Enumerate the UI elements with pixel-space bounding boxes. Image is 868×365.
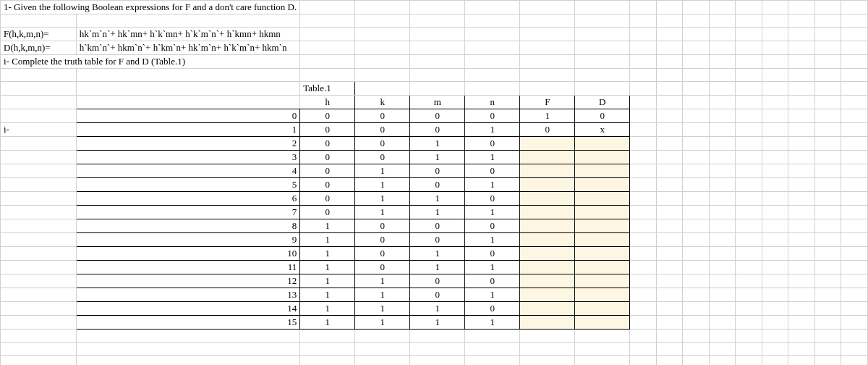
cell-k: 0: [355, 261, 410, 274]
cell-F[interactable]: [520, 137, 575, 151]
cell-k: 0: [355, 151, 410, 164]
cell-D[interactable]: [575, 151, 630, 164]
cell-m: 0: [410, 109, 465, 123]
cell-D[interactable]: [575, 192, 630, 206]
cell-D[interactable]: [575, 137, 630, 151]
cell-D[interactable]: [575, 164, 630, 178]
spacer: [683, 1, 710, 14]
idx: 8: [76, 219, 300, 233]
cell-F[interactable]: [520, 192, 575, 206]
cell-F[interactable]: [520, 247, 575, 261]
idx: 12: [76, 274, 300, 288]
cell-k: 1: [355, 206, 410, 219]
idx: 2: [76, 137, 300, 151]
cell-F[interactable]: 0: [520, 123, 575, 137]
cell-F[interactable]: [520, 233, 575, 247]
cell-m: 1: [410, 316, 465, 330]
cell-n: 0: [465, 137, 520, 151]
cell-F[interactable]: [520, 274, 575, 288]
cell-n: 1: [465, 233, 520, 247]
cell-F[interactable]: [520, 151, 575, 164]
hdr-D: D: [575, 96, 630, 109]
idx: 4: [76, 164, 300, 178]
cell-F[interactable]: [520, 219, 575, 233]
cell-k: 1: [355, 178, 410, 192]
row-empty: [1, 14, 868, 28]
D-expr: h`km`n`+ hkm`n`+ h`km`n+ hk`m`n+ h`k`m`n…: [80, 42, 287, 53]
cell-h: 1: [300, 247, 355, 261]
hdr-m: m: [410, 96, 465, 109]
F-expr-cell: hk`m`n`+ hk`mn+ h`k`mn+ h`k`m`n`+ h`kmn+…: [76, 28, 300, 41]
spacer: [814, 1, 841, 14]
table-caption: Table.1: [300, 82, 355, 96]
cell-m: 1: [410, 151, 465, 164]
cell-n: 1: [465, 288, 520, 302]
cell-F[interactable]: [520, 206, 575, 219]
spacer: [355, 1, 410, 14]
idx: 7: [76, 206, 300, 219]
cell-n: 0: [465, 302, 520, 316]
cell-D[interactable]: x: [575, 123, 630, 137]
cell-D[interactable]: [575, 247, 630, 261]
spacer: [520, 1, 575, 14]
cell-m: 0: [410, 233, 465, 247]
task-i-cell: i- Complete the truth table for F and D …: [1, 55, 300, 69]
cell-h: 0: [300, 192, 355, 206]
cell-n: 0: [465, 164, 520, 178]
hdr-F: F: [520, 96, 575, 109]
cell-F[interactable]: [520, 164, 575, 178]
table-row: 11 1 0 1 1: [1, 261, 868, 274]
cell-D[interactable]: [575, 219, 630, 233]
spacer: [630, 1, 657, 14]
table-row: 8 1 0 0 0: [1, 219, 868, 233]
D-label-cell: D(h,k,m,n)=: [1, 41, 77, 55]
idx: 11: [76, 261, 300, 274]
cell-h: 0: [300, 109, 355, 123]
hdr-n: n: [465, 96, 520, 109]
cell-D[interactable]: [575, 316, 630, 330]
hdr-h: h: [300, 96, 355, 109]
cell-k: 1: [355, 316, 410, 330]
spacer: [709, 1, 736, 14]
cell-n: 0: [465, 109, 520, 123]
D-expr-cell: h`km`n`+ hkm`n`+ h`km`n+ hk`m`n+ h`k`m`n…: [76, 41, 300, 55]
cell-F[interactable]: [520, 288, 575, 302]
cell-h: 1: [300, 219, 355, 233]
table-row: 15 1 1 1 1: [1, 316, 868, 330]
row-caption: Table.1: [1, 82, 868, 96]
cell-h: 0: [300, 164, 355, 178]
cell-D[interactable]: [575, 261, 630, 274]
cell-h: 0: [300, 151, 355, 164]
spacer: [656, 1, 683, 14]
cell-F[interactable]: [520, 261, 575, 274]
cell-F[interactable]: [520, 316, 575, 330]
cell-n: 1: [465, 206, 520, 219]
spacer: [410, 1, 465, 14]
cell-m: 1: [410, 192, 465, 206]
idx: 0: [76, 109, 300, 123]
cell-D[interactable]: [575, 178, 630, 192]
cell-D[interactable]: [575, 288, 630, 302]
cell-n: 0: [465, 192, 520, 206]
cell-k: 1: [355, 288, 410, 302]
cell-F[interactable]: [520, 178, 575, 192]
cell-k: 1: [355, 274, 410, 288]
table-row: i- 1 0 0 0 1 0 x: [1, 123, 868, 137]
cell-k: 0: [355, 137, 410, 151]
row-D-expr: D(h,k,m,n)= h`km`n`+ hkm`n`+ h`km`n+ hk`…: [1, 41, 868, 55]
spacer: [575, 1, 630, 14]
cell-F[interactable]: 1: [520, 109, 575, 123]
cell-h: 0: [300, 206, 355, 219]
cell-D[interactable]: [575, 206, 630, 219]
cell-D[interactable]: 0: [575, 109, 630, 123]
cell-F[interactable]: [520, 302, 575, 316]
cell-D[interactable]: [575, 274, 630, 288]
cell-k: 0: [355, 109, 410, 123]
row-task-i: i- Complete the truth table for F and D …: [1, 55, 868, 69]
table-row: 14 1 1 1 0: [1, 302, 868, 316]
table-row: 9 1 0 0 1: [1, 233, 868, 247]
cell-D[interactable]: [575, 233, 630, 247]
cell-n: 0: [465, 274, 520, 288]
cell-h: 1: [300, 274, 355, 288]
cell-D[interactable]: [575, 302, 630, 316]
